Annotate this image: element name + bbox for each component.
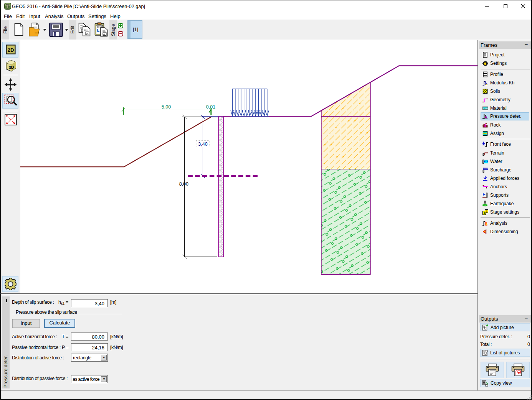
svg-text:3D: 3D: [8, 65, 14, 70]
svg-text:5,00: 5,00: [162, 104, 171, 110]
svg-text:3,40: 3,40: [198, 142, 207, 147]
svg-text:2: 2: [486, 209, 488, 213]
svg-text:2D: 2D: [8, 47, 14, 53]
svg-text:8,00: 8,00: [179, 181, 188, 187]
svg-text:0,01: 0,01: [206, 104, 215, 110]
